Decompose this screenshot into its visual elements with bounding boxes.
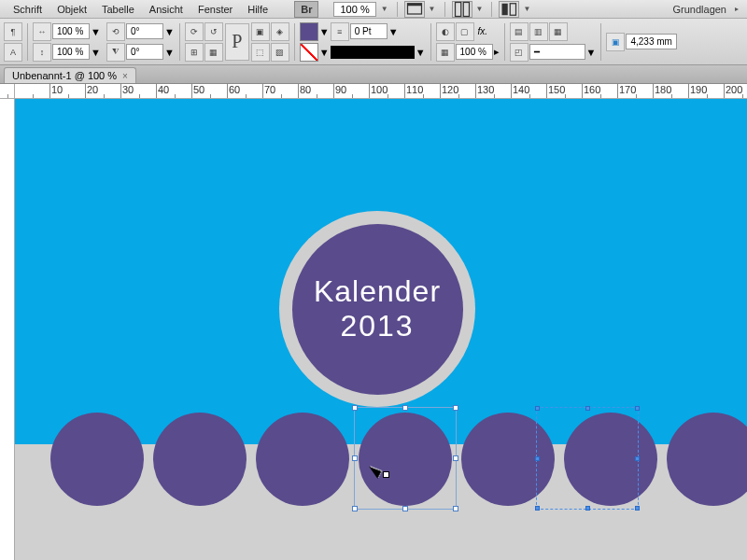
svg-rect-4 xyxy=(502,3,508,15)
menu-ansicht[interactable]: Ansicht xyxy=(142,2,190,17)
fx-button[interactable]: fx. xyxy=(475,26,491,36)
para-format-button[interactable]: A xyxy=(4,43,22,62)
workspace-selector[interactable]: Grundlagen xyxy=(668,2,733,17)
arrange-docs-button[interactable] xyxy=(452,1,472,18)
align-button[interactable]: ⊞ xyxy=(185,43,204,62)
fill-swatch[interactable] xyxy=(300,22,318,41)
bridge-button[interactable]: Br xyxy=(294,1,318,18)
svg-rect-5 xyxy=(511,3,516,15)
scale-x-icon: ↔ xyxy=(33,22,51,41)
document-tab[interactable]: Unbenannt-1 @ 100 % × xyxy=(4,67,136,83)
vertical-ruler[interactable] xyxy=(0,99,15,560)
svg-rect-2 xyxy=(455,2,460,16)
screen-mode-button[interactable] xyxy=(404,1,425,18)
stroke-weight-icon: ≡ xyxy=(331,22,349,41)
frame-edge-button[interactable]: ▣ xyxy=(606,33,625,51)
effects-button-1[interactable]: ◐ xyxy=(436,22,455,41)
workspace-dropdown-icon[interactable]: ▸ xyxy=(732,5,741,13)
text-wrap-2[interactable]: ▥ xyxy=(529,22,548,41)
wrap-button-4[interactable]: ▨ xyxy=(271,43,289,62)
character-panel-button[interactable]: P xyxy=(225,23,249,61)
corner-dropdown[interactable]: ━ xyxy=(529,44,585,60)
zoom-level[interactable]: 100 % xyxy=(333,2,375,17)
scale-y-field[interactable]: 100 % xyxy=(52,44,90,60)
dimension-field[interactable]: 4,233 mm xyxy=(626,34,677,49)
year-text: 2013 xyxy=(340,309,414,343)
close-icon[interactable]: × xyxy=(122,71,128,81)
wrap-button-2[interactable]: ◈ xyxy=(271,22,289,41)
title-text: Kalender xyxy=(314,274,441,309)
arrange-dropdown-icon[interactable]: ▼ xyxy=(473,5,486,13)
flip-h-button[interactable]: ⟳ xyxy=(185,22,204,41)
menu-objekt[interactable]: Objekt xyxy=(49,2,94,17)
shear-field[interactable]: 0° xyxy=(126,44,163,60)
svg-rect-3 xyxy=(463,2,469,16)
month-circle[interactable] xyxy=(50,413,144,506)
control-panel: ¶ A ↔ 100 % ▼ ↕ 100 % ▼ ⟲ 0° ▼ ⧨ 0° ▼ ⟳ xyxy=(0,19,747,65)
tab-title: Unbenannt-1 @ 100 % xyxy=(12,70,117,81)
selection-bounds xyxy=(354,407,457,510)
smart-guide-box xyxy=(536,407,639,510)
stroke-weight-field[interactable]: 0 Pt xyxy=(350,23,388,39)
zoom-dropdown-icon[interactable]: ▼ xyxy=(378,5,391,13)
text-wrap-3[interactable]: ▦ xyxy=(549,22,568,41)
title-circle[interactable]: Kalender 2013 xyxy=(279,211,475,407)
text-wrap-1[interactable]: ▤ xyxy=(510,22,529,41)
menu-fenster[interactable]: Fenster xyxy=(190,2,240,17)
screen-mode-dropdown-icon[interactable]: ▼ xyxy=(426,5,439,13)
canvas[interactable]: Kalender 2013 xyxy=(0,99,747,560)
shear-icon: ⧨ xyxy=(106,43,125,62)
opacity-field[interactable]: 100 % xyxy=(456,44,493,60)
rotate-icon: ⟲ xyxy=(106,22,125,41)
effects-button-2[interactable]: ▢ xyxy=(456,22,474,41)
menu-tabelle[interactable]: Tabelle xyxy=(94,2,142,17)
opacity-icon: ▦ xyxy=(436,43,455,62)
month-circle[interactable] xyxy=(153,413,247,506)
char-format-button[interactable]: ¶ xyxy=(4,22,22,41)
stroke-style[interactable] xyxy=(331,46,415,59)
menu-schrift[interactable]: Schrift xyxy=(6,2,49,17)
rotate-field[interactable]: 0° xyxy=(126,23,163,39)
wrap-button-3[interactable]: ⬚ xyxy=(251,43,270,62)
view-dropdown-icon[interactable]: ▼ xyxy=(520,5,533,13)
corner-button[interactable]: ◰ xyxy=(510,43,529,62)
scale-y-icon: ↕ xyxy=(33,43,51,62)
month-circle[interactable] xyxy=(256,413,349,506)
view-options-button[interactable] xyxy=(499,1,519,18)
menu-hilfe[interactable]: Hilfe xyxy=(240,2,275,17)
svg-rect-1 xyxy=(407,3,421,6)
horizontal-ruler[interactable]: 10 20 30 40 50 60 70 80 90 100 110 120 1… xyxy=(0,84,747,99)
scale-x-field[interactable]: 100 % xyxy=(52,23,90,39)
artboard[interactable]: Kalender 2013 xyxy=(15,99,747,560)
main-menu: Schrift Objekt Tabelle Ansicht Fenster H… xyxy=(0,0,747,19)
distribute-button[interactable]: ▦ xyxy=(204,43,223,62)
document-tabs: Unbenannt-1 @ 100 % × xyxy=(0,65,747,84)
flip-v-button[interactable]: ↺ xyxy=(204,22,223,41)
wrap-button-1[interactable]: ▣ xyxy=(251,22,270,41)
stroke-swatch[interactable] xyxy=(300,43,318,62)
